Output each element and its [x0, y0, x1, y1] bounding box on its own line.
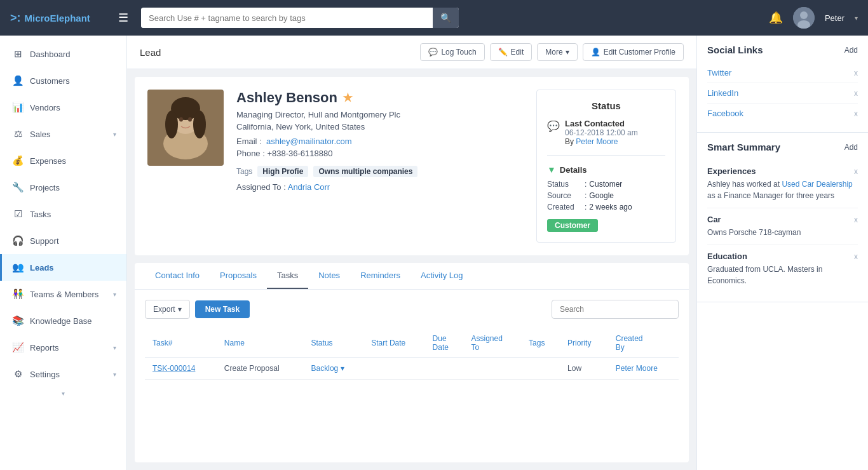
sidebar-item-label: Vendors	[30, 103, 60, 112]
tab-activity-log[interactable]: Activity Log	[410, 263, 473, 289]
sidebar-item-customers[interactable]: 👤 Customers	[0, 67, 126, 94]
social-link-twitter: Twitter x	[707, 63, 858, 83]
twitter-remove-button[interactable]: x	[854, 69, 858, 77]
created-by-link[interactable]: Peter Moore	[616, 364, 658, 373]
sidebar-item-label: Settings	[30, 370, 60, 379]
sidebar-item-leads[interactable]: 👥 Leads	[0, 254, 126, 281]
notification-bell-icon[interactable]: 🔔	[769, 11, 783, 25]
assigned-to-row: Assigned To : Andria Corr	[236, 182, 524, 192]
email-link[interactable]: ashley@mailinator.com	[266, 137, 352, 146]
teams-icon: 👫	[12, 288, 24, 300]
sidebar-item-projects[interactable]: 🔧 Projects	[0, 174, 126, 201]
edit-customer-profile-button[interactable]: 👤 Edit Customer Profile	[583, 43, 684, 61]
social-links-title: Social Links	[707, 44, 763, 55]
sidebar-item-reports[interactable]: 📈 Reports ▾	[0, 334, 126, 361]
table-row: TSK-000014 Create Proposal Backlog ▾	[145, 358, 679, 380]
facebook-link[interactable]: Facebook	[707, 109, 743, 118]
linkedin-remove-button[interactable]: x	[854, 89, 858, 98]
task-id-link[interactable]: TSK-000014	[153, 364, 195, 373]
task-search-input[interactable]	[552, 300, 679, 319]
edit-button[interactable]: ✏️ Edit	[490, 43, 532, 61]
topnav-right: 🔔 Peter ▾	[769, 7, 858, 29]
tab-notes[interactable]: Notes	[308, 263, 350, 289]
summary-education-text: Graduated from UCLA. Masters in Economic…	[707, 264, 858, 286]
profile-job-title: Managing Director, Hull and Montgomery P…	[236, 110, 524, 119]
car-remove-button[interactable]: x	[854, 215, 858, 224]
sidebar-item-vendors[interactable]: 📊 Vendors	[0, 94, 126, 121]
summary-experiences-text: Ashley has worked at Used Car Dealership…	[707, 178, 858, 201]
brand-logo[interactable]: >: MicroElephant	[10, 11, 105, 25]
details-heading: Details	[560, 165, 587, 175]
profile-phone: Phone : +838-36-6118880	[236, 149, 524, 158]
summary-education: Education x Graduated from UCLA. Masters…	[707, 245, 858, 293]
hamburger-button[interactable]: ☰	[113, 8, 133, 27]
linkedin-link[interactable]: LinkedIn	[707, 88, 738, 98]
sidebar-item-tasks[interactable]: ☑ Tasks	[0, 201, 126, 227]
col-priority: Priority	[560, 329, 608, 358]
tab-reminders[interactable]: Reminders	[350, 263, 410, 289]
assigned-to-link[interactable]: Andria Corr	[288, 182, 330, 192]
search-button[interactable]: 🔍	[433, 8, 459, 28]
sidebar-item-sales[interactable]: ⚖ Sales ▾	[0, 121, 126, 147]
education-remove-button[interactable]: x	[854, 252, 858, 261]
sidebar-item-label: Knowledge Base	[30, 316, 92, 326]
settings-arrow-icon: ▾	[113, 371, 116, 378]
social-links-add-button[interactable]: Add	[844, 46, 858, 55]
tag-multiple-companies[interactable]: Owns multiple companies	[313, 166, 417, 177]
used-car-dealership-link[interactable]: Used Car Dealership	[782, 180, 852, 189]
tab-tasks[interactable]: Tasks	[267, 263, 308, 289]
twitter-link[interactable]: Twitter	[707, 68, 731, 77]
detail-status-row: Status : Customer	[547, 180, 665, 189]
tabs-section: Contact Info Proposals Tasks Notes Remin…	[135, 263, 689, 462]
funnel-icon: ▼	[547, 164, 556, 175]
summary-car-title: Car	[707, 215, 721, 224]
tabs-nav: Contact Info Proposals Tasks Notes Remin…	[135, 263, 689, 290]
status-dropdown[interactable]: Backlog ▾	[311, 364, 345, 373]
tab-proposals[interactable]: Proposals	[210, 263, 267, 289]
sidebar-item-support[interactable]: 🎧 Support	[0, 227, 126, 254]
smart-summary-section: Smart Summary Add Experiences x Ashley h…	[697, 133, 868, 302]
social-links-header: Social Links Add	[707, 44, 858, 55]
log-touch-button[interactable]: 💬 Log Touch	[420, 43, 484, 61]
col-status: Status	[304, 329, 364, 358]
sidebar-item-settings[interactable]: ⚙ Settings ▾	[0, 361, 126, 387]
col-assigned-to: AssignedTo	[464, 329, 522, 358]
sales-arrow-icon: ▾	[113, 131, 116, 138]
profile-section: Ashley Benson ★ Managing Director, Hull …	[135, 77, 689, 255]
log-touch-icon: 💬	[428, 48, 438, 57]
peter-moore-link[interactable]: Peter Moore	[576, 137, 618, 146]
search-input[interactable]	[141, 8, 433, 28]
col-created-by: CreatedBy	[608, 329, 679, 358]
brand-icon: >:	[10, 11, 21, 25]
more-button[interactable]: More ▾	[537, 43, 577, 61]
customer-badge: Customer	[547, 219, 598, 232]
smart-summary-add-button[interactable]: Add	[844, 143, 858, 152]
sidebar-item-knowledge[interactable]: 📚 Knowledge Base	[0, 307, 126, 334]
facebook-remove-button[interactable]: x	[854, 109, 858, 118]
new-task-button[interactable]: New Task	[195, 300, 250, 318]
details-title: ▼ Details	[547, 164, 665, 175]
sidebar-item-expenses[interactable]: 💰 Expenses	[0, 147, 126, 174]
task-priority-cell: Low	[560, 358, 608, 380]
social-link-facebook: Facebook x	[707, 104, 858, 123]
last-contacted-by: By Peter Moore	[565, 137, 638, 146]
svg-point-7	[165, 111, 178, 138]
task-table: Task# Name Status Start Date Due Date Du…	[145, 329, 679, 380]
export-dropdown-icon: ▾	[178, 305, 182, 314]
social-link-linkedin: LinkedIn x	[707, 83, 858, 104]
user-dropdown-icon[interactable]: ▾	[855, 15, 858, 22]
export-button[interactable]: Export ▾	[145, 300, 190, 319]
settings-icon: ⚙	[12, 368, 24, 380]
sidebar-item-dashboard[interactable]: ⊞ Dashboard	[0, 41, 126, 67]
summary-car-text: Owns Porsche 718-cayman	[707, 227, 858, 238]
sidebar-item-teams[interactable]: 👫 Teams & Members ▾	[0, 281, 126, 307]
tag-high-profile[interactable]: High Profie	[257, 166, 308, 177]
person-icon: 👤	[591, 48, 600, 57]
task-due-date-cell	[425, 358, 464, 380]
col-due-date: DueDate	[425, 329, 464, 358]
user-name[interactable]: Peter	[825, 13, 844, 23]
task-name-cell: Create Proposal	[217, 358, 304, 380]
detail-source-row: Source : Google	[547, 191, 665, 200]
experiences-remove-button[interactable]: x	[854, 167, 858, 176]
tab-contact-info[interactable]: Contact Info	[145, 263, 210, 289]
